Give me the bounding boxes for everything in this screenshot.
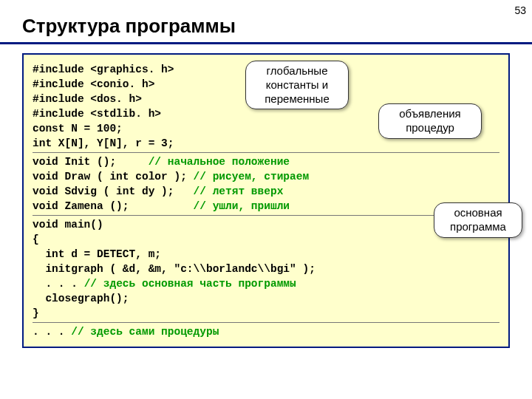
- page-number: 53: [514, 4, 526, 16]
- code-line: int d = DETECT, m;: [33, 247, 499, 262]
- code-line: . . . // здесь основная часть программы: [33, 276, 499, 291]
- callout-globals: глобальные константы и переменные: [245, 61, 349, 109]
- callout-declarations: объявления процедур: [378, 103, 482, 139]
- code-line: . . . // здесь сами процедуры: [33, 324, 499, 339]
- divider: [33, 215, 499, 216]
- code-line: void main(): [33, 217, 499, 232]
- code-line: {: [33, 232, 499, 247]
- code-line: }: [33, 306, 499, 321]
- divider: [33, 152, 499, 153]
- code-block: глобальные константы и переменные объявл…: [22, 53, 510, 348]
- code-line: void Draw ( int color ); // рисуем, стир…: [33, 169, 499, 184]
- code-line: void Sdvig ( int dy ); // летят вверх: [33, 184, 499, 199]
- code-line: closegraph();: [33, 291, 499, 306]
- page-title: Структура программы: [0, 0, 532, 44]
- code-line: void Zamena (); // ушли, пришли: [33, 199, 499, 214]
- code-line: initgraph ( &d, &m, "c:\\borlandc\\bgi" …: [33, 262, 499, 276]
- callout-main: основная программа: [434, 202, 522, 238]
- code-line: void Init (); // начальное положение: [33, 154, 499, 169]
- divider: [33, 322, 499, 323]
